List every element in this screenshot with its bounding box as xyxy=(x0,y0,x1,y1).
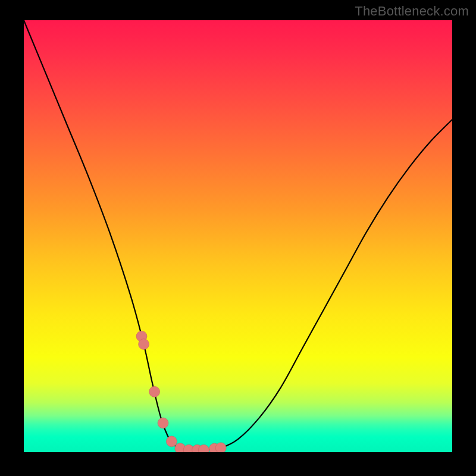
bottleneck-curve xyxy=(24,20,452,450)
curve-bead xyxy=(215,443,226,452)
curve-beads xyxy=(136,331,226,452)
curve-bead xyxy=(166,436,177,447)
plot-area xyxy=(24,20,452,452)
curve-bead xyxy=(139,339,149,350)
chart-stage: TheBottleneck.com xyxy=(0,0,476,476)
curve-bead xyxy=(149,386,160,397)
watermark-text: TheBottleneck.com xyxy=(355,4,469,19)
curve-bead xyxy=(158,418,168,428)
curve-svg xyxy=(24,20,452,452)
